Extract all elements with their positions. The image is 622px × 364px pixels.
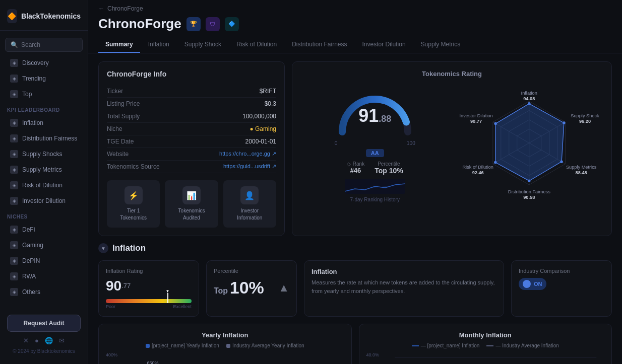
back-arrow-icon[interactable]: ←	[98, 5, 104, 12]
audited-icon: 📊	[182, 186, 201, 204]
tab-supply-shock[interactable]: Supply Shock	[177, 37, 228, 53]
svg-point-16	[494, 122, 497, 125]
percentile-value-wrap: Top 10% ▲	[214, 278, 289, 298]
depin-icon: ◈	[10, 257, 18, 265]
sidebar-item-rwa[interactable]: ◈ RWA	[3, 269, 85, 284]
legend-monthly-project-label: — [project_name] Inflation	[421, 343, 480, 348]
discord-icon[interactable]: ●	[35, 337, 39, 344]
yearly-chart-legend: [project_name] Yearly Inflation Industry…	[106, 343, 344, 348]
legend-monthly-project: — [project_name] Inflation	[412, 343, 480, 348]
svg-point-15	[494, 161, 497, 164]
gaming-icon: ◈	[10, 241, 18, 249]
svg-text:96.20: 96.20	[579, 119, 590, 124]
sidebar-item-trending[interactable]: ◈ Trending	[3, 71, 85, 86]
tab-bar: Summary Inflation Supply Shock Risk of D…	[98, 37, 612, 53]
legend-industry: Industry Average Yearly Inflation	[226, 343, 304, 348]
inflation-rating-label: Inflation Rating	[106, 268, 192, 274]
svg-point-14	[527, 179, 530, 182]
svg-text:94.08: 94.08	[523, 96, 535, 101]
others-icon: ◈	[10, 288, 18, 296]
info-card: ChronoForge Info Ticker $RIFT Listing Pr…	[98, 61, 285, 236]
discovery-icon: ◈	[10, 59, 18, 67]
globe-icon[interactable]: 🌐	[45, 337, 53, 344]
tab-inflation[interactable]: Inflation	[141, 37, 176, 53]
rating-card: Tokenomics Rating	[292, 61, 612, 236]
sidebar-item-inflation[interactable]: ◈ Inflation	[3, 115, 85, 130]
investor-info-badge: 👤 InvestorInformation	[223, 180, 276, 228]
sidebar-item-depin[interactable]: ◈ DePIN	[3, 253, 85, 268]
sidebar-item-distribution-fairness[interactable]: ◈ Distribution Fairness	[3, 131, 85, 146]
search-icon: 🔍	[11, 41, 18, 48]
section-toggle-button[interactable]: ▼	[98, 243, 108, 253]
sidebar-item-supply-shocks[interactable]: ◈ Supply Shocks	[3, 147, 85, 162]
tier1-badge: ⚡ Tier 1Tokenomics	[107, 180, 160, 228]
sidebar-item-discovery[interactable]: ◈ Discovery	[3, 55, 85, 70]
toggle-on[interactable]: ON	[519, 278, 546, 290]
info-row-supply: Total Supply 100,000,000	[107, 110, 276, 123]
audited-label: TokenomicsAudited	[178, 207, 205, 222]
sidebar-item-others[interactable]: ◈ Others	[3, 284, 85, 300]
niches-section: ◈ DeFi ◈ Gaming ◈ DePIN ◈ RWA ◈ Others	[0, 222, 88, 300]
tab-supply-metrics[interactable]: Supply Metrics	[414, 37, 468, 53]
kpi-section: ◈ Inflation ◈ Distribution Fairness ◈ Su…	[0, 115, 88, 209]
percentile-display: Top 10%	[214, 278, 264, 298]
inflation-desc-card: Inflation Measures the rate at which new…	[304, 260, 504, 317]
audited-badge: 📊 TokenomicsAudited	[165, 180, 218, 228]
inflation-bar-fill	[106, 299, 192, 303]
percentile-label: Percentile	[214, 268, 289, 274]
sidebar-item-investor-dilution[interactable]: ◈ Investor Dilution	[3, 193, 85, 208]
percentile-pct: 10%	[230, 278, 264, 297]
top-row: ChronoForge Info Ticker $RIFT Listing Pr…	[98, 61, 612, 236]
monthly-chart-area: 40.0% 30.0% 20.0%	[366, 352, 605, 364]
supply-shocks-icon: ◈	[10, 150, 18, 158]
inflation-rating-int: 90	[106, 278, 121, 294]
score-int: 91	[358, 105, 379, 126]
info-row-ticker: Ticker $RIFT	[107, 85, 276, 98]
info-row-tge: TGE Date 2000-01-01	[107, 135, 276, 148]
investor-icon: ◈	[10, 197, 18, 205]
svg-text:90.58: 90.58	[523, 195, 535, 200]
page-title: ChronoForge	[98, 16, 181, 32]
niches-section-label: Niches	[0, 209, 88, 222]
tab-summary[interactable]: Summary	[98, 37, 140, 53]
request-audit-button[interactable]: Request Audit	[7, 315, 81, 332]
tab-distribution[interactable]: Distribution Fairness	[285, 37, 354, 53]
gauge-min: 0	[335, 140, 338, 146]
monthly-chart-title: Monthly Inflation	[366, 331, 605, 339]
svg-text:Investor Dilution: Investor Dilution	[459, 113, 492, 118]
gauge-max: 100	[407, 140, 415, 146]
svg-point-12	[563, 121, 566, 124]
distribution-icon: ◈	[10, 134, 18, 142]
svg-text:88.48: 88.48	[575, 170, 587, 175]
svg-text:Risk of Dilution: Risk of Dilution	[462, 165, 493, 170]
search-input[interactable]: 🔍 Search	[5, 38, 83, 52]
bar-labels: Poor Excellent	[106, 304, 192, 309]
tier1-icon: ⚡	[125, 186, 143, 204]
sidebar-item-supply-metrics[interactable]: ◈ Supply Metrics	[3, 162, 85, 177]
percentile-item: Percentile Top 10%	[375, 161, 403, 175]
yearly-chart-title: Yearly Inflation	[106, 331, 344, 339]
legend-industry-label: Industry Average Yearly Inflation	[232, 343, 304, 348]
sidebar-item-gaming[interactable]: ◈ Gaming	[3, 238, 85, 253]
twitter-icon[interactable]: ✕	[23, 337, 29, 344]
metric-cards: Inflation Rating 90.77 Poor Excellent	[98, 260, 612, 317]
tier1-label: Tier 1Tokenomics	[120, 207, 147, 222]
tab-risk-dilution[interactable]: Risk of Dilution	[229, 37, 284, 53]
svg-text:Distribution Fairness: Distribution Fairness	[508, 189, 550, 194]
risk-icon: ◈	[10, 181, 18, 189]
rank-value: #46	[347, 167, 364, 174]
section-header: ▼ Inflation	[98, 243, 612, 253]
inflation-desc-text: Measures the rate at which new tokens ar…	[312, 278, 496, 295]
rank-item: ◇Rank #46	[347, 161, 364, 175]
content-area: ChronoForge Info Ticker $RIFT Listing Pr…	[88, 53, 622, 364]
tab-investor-dilution[interactable]: Investor Dilution	[355, 37, 413, 53]
email-icon[interactable]: ✉	[59, 337, 65, 344]
inflation-desc-title: Inflation	[312, 268, 496, 275]
kpi-section-label: KPI Leaderboard	[0, 102, 88, 115]
inflation-icon: ◈	[10, 119, 18, 127]
sidebar-item-risk-dilution[interactable]: ◈ Risk of Dilution	[3, 178, 85, 193]
svg-text:Inflation: Inflation	[521, 91, 537, 96]
sidebar-item-top[interactable]: ◈ Top	[3, 87, 85, 102]
search-label: Search	[21, 41, 40, 48]
sidebar-item-defi[interactable]: ◈ DeFi	[3, 222, 85, 237]
